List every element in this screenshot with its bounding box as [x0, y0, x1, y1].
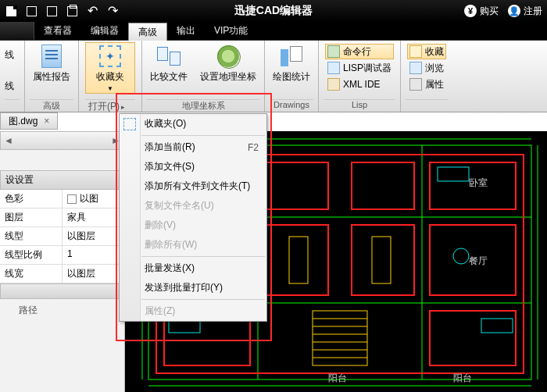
menu-separator — [141, 135, 265, 136]
collect-label: 收藏 — [425, 45, 444, 59]
svg-text:阳台: 阳台 — [453, 372, 472, 383]
favorites-open-label[interactable]: 打开(P)▸ — [85, 99, 135, 112]
xml-icon — [327, 78, 340, 91]
drawing-stats-button[interactable]: 绘图统计 — [270, 42, 313, 85]
xml-ide-button[interactable]: XML IDE — [325, 77, 394, 92]
menu-add-file[interactable]: 添加文件(S) — [120, 157, 266, 176]
prop-row-ltscale[interactable]: 线型比例1 — [0, 246, 124, 265]
prop-row-lineweight[interactable]: 线宽以图层 — [0, 265, 124, 283]
register-label: 注册 — [524, 5, 542, 18]
favorites-menu: 收藏夹(O) 添加当前(R) F2 添加文件(S) 添加所有文件到文件夹(T) … — [119, 113, 267, 322]
checkbox-icon[interactable] — [67, 194, 77, 204]
favorites-label: 收藏夹 — [96, 70, 124, 84]
svg-text:阳台: 阳台 — [328, 372, 347, 383]
compare-icon — [157, 47, 181, 66]
menu-delete: 删除(V) — [120, 216, 266, 235]
svg-rect-32 — [481, 319, 513, 333]
ribbon: 线 线 属性报告 高级 收藏夹 ▼ 打开(P)▸ 比较 — [0, 41, 547, 112]
svg-rect-30 — [438, 167, 469, 181]
lisp-icon — [327, 62, 340, 74]
drawing-stats-label: 绘图统计 — [273, 70, 310, 84]
commandline-label: 命令行 — [343, 45, 371, 59]
tab-output[interactable]: 输出 — [167, 22, 205, 40]
prop-row-layer[interactable]: 图层家具 — [0, 208, 124, 227]
save-icon[interactable] — [25, 5, 38, 17]
collect-button[interactable]: 收藏 — [407, 44, 446, 59]
svg-rect-20 — [289, 237, 308, 283]
menu-properties: 属性(Z) — [120, 301, 266, 321]
group-geo-label: 地理坐标系 — [147, 99, 259, 112]
set-geo-label: 设置地理坐标 — [200, 70, 256, 84]
titlebar: ↶ ↷ 迅捷CAD编辑器 ¥ 购买 👤 注册 — [0, 0, 547, 22]
menu-delete-all: 删除所有(W) — [120, 235, 266, 255]
fav-small-icon — [123, 118, 136, 130]
svg-rect-19 — [352, 225, 414, 295]
cmd-icon — [327, 45, 340, 58]
lisp-debugger-button[interactable]: LISP调试器 — [325, 60, 394, 76]
redo-icon[interactable]: ↷ — [106, 5, 119, 17]
menu-separator — [141, 256, 265, 257]
menu-batch-send[interactable]: 批量发送(X) — [120, 258, 266, 278]
print-icon[interactable] — [66, 5, 78, 17]
stub-line-top[interactable]: 线 — [5, 48, 14, 62]
properties-panel: ◄ ► 设设置 色彩 以图 图层家具 线型以图层 线型比例1 线宽以图层 路径 — [0, 131, 125, 392]
svg-rect-18 — [266, 225, 328, 295]
commandline-button[interactable]: 命令行 — [325, 44, 394, 59]
compare-files-button[interactable]: 比较文件 — [147, 42, 191, 85]
prop-row-color[interactable]: 色彩 以图 — [0, 190, 124, 208]
tab-viewer[interactable]: 查看器 — [34, 22, 81, 40]
property-report-label: 属性报告 — [33, 70, 70, 84]
tab-advanced[interactable]: 高级 — [128, 23, 167, 41]
globe-icon — [217, 45, 239, 67]
chevron-down-icon: ▼ — [107, 85, 113, 92]
work-area: 图.dwg × 收藏夹(O) 添加当前(R) F2 添加文件(S) 添加所有文件… — [0, 112, 547, 392]
settings-header: 设设置 — [0, 170, 124, 190]
compare-label: 比较文件 — [150, 70, 188, 84]
browse-icon — [409, 62, 422, 74]
file-tab[interactable]: 图.dwg × — [0, 112, 58, 130]
svg-point-34 — [453, 248, 469, 264]
menu-add-all[interactable]: 添加所有文件到文件夹(T) — [120, 176, 266, 196]
report-icon — [41, 45, 62, 68]
lisp-label: LISP调试器 — [343, 62, 391, 75]
close-tab-icon[interactable]: × — [44, 116, 49, 127]
svg-text:卧室: 卧室 — [469, 177, 488, 188]
group-advanced-label: 高级 — [30, 99, 73, 112]
menu-copy-name: 复制文件全名(U) — [120, 196, 266, 216]
property-report-button[interactable]: 属性报告 — [30, 42, 73, 85]
prop-row-linetype[interactable]: 线型以图层 — [0, 227, 124, 246]
user-icon: 👤 — [508, 5, 520, 17]
app-menu-button[interactable] — [0, 22, 34, 40]
svg-rect-13 — [266, 162, 328, 209]
set-geo-button[interactable]: 设置地理坐标 — [197, 42, 259, 85]
tab-editor[interactable]: 编辑器 — [81, 22, 128, 40]
menu-favorites[interactable]: 收藏夹(O) — [120, 114, 266, 134]
favorites-icon — [99, 45, 121, 67]
props-icon — [409, 78, 422, 91]
svg-rect-14 — [352, 162, 414, 209]
props-button[interactable]: 属性 — [407, 77, 446, 92]
svg-text:餐厅: 餐厅 — [469, 255, 488, 266]
new-icon[interactable] — [5, 5, 17, 17]
panel-collapse-icon[interactable]: ◄ — [1, 135, 16, 146]
stub-line-bot[interactable]: 线 — [5, 80, 14, 93]
file-tab-label: 图.dwg — [9, 115, 38, 128]
app-title: 迅捷CAD编辑器 — [234, 4, 313, 18]
favorites-button[interactable]: 收藏夹 ▼ — [85, 42, 135, 94]
browse-label: 浏览 — [425, 62, 444, 75]
xml-label: XML IDE — [343, 79, 381, 90]
star-icon — [409, 45, 422, 58]
props-label: 属性 — [425, 78, 444, 91]
buy-button[interactable]: ¥ 购买 — [464, 5, 499, 18]
menu-send-print[interactable]: 发送到批量打印(Y) — [120, 278, 266, 298]
browse-button[interactable]: 浏览 — [407, 60, 446, 76]
saveall-icon[interactable] — [45, 5, 58, 17]
menu-add-current[interactable]: 添加当前(R) F2 — [120, 137, 266, 157]
path-label: 路径 — [0, 299, 124, 322]
tab-vip[interactable]: VIP功能 — [205, 22, 257, 40]
main-tabs: 查看器 编辑器 高级 输出 VIP功能 — [0, 22, 547, 41]
register-button[interactable]: 👤 注册 — [508, 5, 542, 18]
undo-icon[interactable]: ↶ — [86, 5, 98, 17]
menu-separator — [141, 299, 265, 300]
group-drawings-label: Drawings — [270, 99, 313, 112]
